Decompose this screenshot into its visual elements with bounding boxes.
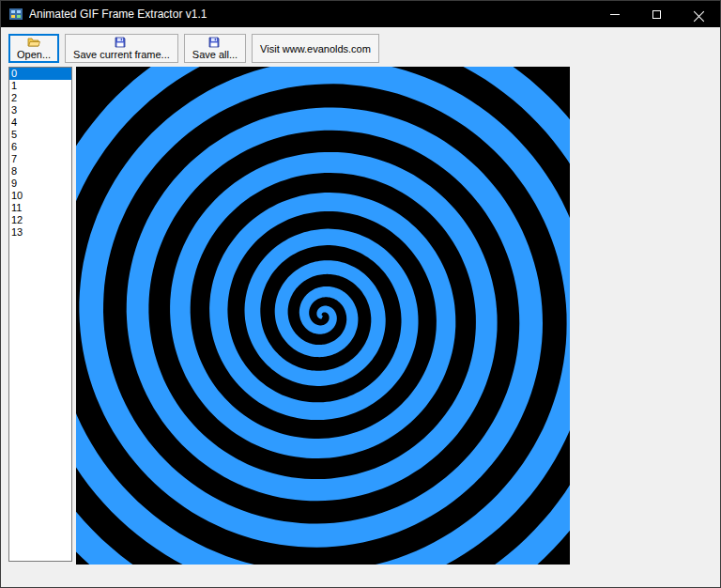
list-item[interactable]: 5 <box>9 129 71 141</box>
list-item[interactable]: 7 <box>9 153 71 165</box>
list-item[interactable]: 3 <box>9 104 71 116</box>
list-item[interactable]: 0 <box>9 68 71 80</box>
toolbar: Open... Save current frame... <box>1 27 720 67</box>
app-icon <box>8 7 23 22</box>
frame-image-panel <box>76 67 570 565</box>
save-all-button[interactable]: Save all... <box>184 34 246 63</box>
list-item[interactable]: 4 <box>9 116 71 129</box>
spiral-image <box>76 67 570 565</box>
open-button[interactable]: Open... <box>8 34 59 63</box>
maximize-button[interactable] <box>636 1 678 27</box>
open-button-label: Open... <box>17 49 51 60</box>
list-item[interactable]: 10 <box>9 190 71 202</box>
minimize-button[interactable] <box>593 1 636 27</box>
save-all-label: Save all... <box>192 49 238 60</box>
floppy-disk-icon <box>208 37 222 48</box>
titlebar: Animated GIF Frame Extractor v1.1 <box>1 1 720 27</box>
visit-website-button[interactable]: Visit www.evanolds.com <box>252 34 379 63</box>
list-item[interactable]: 6 <box>9 141 71 153</box>
window-title: Animated GIF Frame Extractor v1.1 <box>29 8 593 21</box>
floppy-disk-icon <box>115 37 128 48</box>
main-area: 012345678910111213 <box>1 67 720 587</box>
list-item[interactable]: 9 <box>9 178 71 190</box>
list-item[interactable]: 8 <box>9 165 71 178</box>
minimize-icon <box>610 14 620 15</box>
close-icon <box>694 9 704 20</box>
list-item[interactable]: 12 <box>9 214 71 226</box>
close-button[interactable] <box>678 1 720 27</box>
list-item[interactable]: 11 <box>9 202 71 214</box>
list-item[interactable]: 2 <box>9 92 71 104</box>
save-current-frame-button[interactable]: Save current frame... <box>65 34 178 63</box>
maximize-icon <box>652 10 661 19</box>
list-item[interactable]: 13 <box>9 226 71 239</box>
visit-website-label: Visit www.evanolds.com <box>260 43 371 54</box>
list-item[interactable]: 1 <box>9 80 71 92</box>
frame-listbox[interactable]: 012345678910111213 <box>8 67 72 562</box>
open-folder-icon <box>27 37 40 48</box>
save-current-frame-label: Save current frame... <box>73 49 170 60</box>
app-window: Animated GIF Frame Extractor v1.1 Open..… <box>0 0 721 588</box>
